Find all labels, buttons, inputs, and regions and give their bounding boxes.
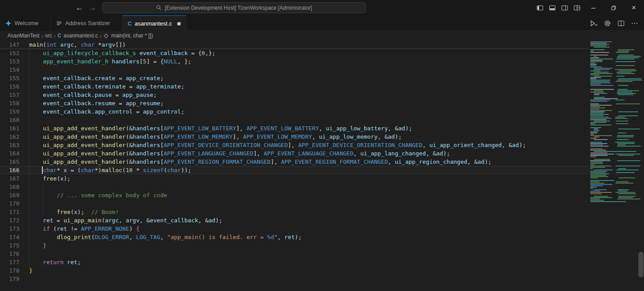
line-number[interactable]: 147 bbox=[0, 41, 19, 49]
line-number[interactable]: 162 bbox=[0, 133, 19, 141]
code-line[interactable]: 175 } bbox=[0, 241, 589, 250]
line-number[interactable]: 158 bbox=[0, 99, 19, 107]
tab-label: asanmantest.c bbox=[135, 20, 172, 27]
code-text: event_callback.pause = app_pause; bbox=[29, 91, 157, 99]
modified-dot-icon[interactable] bbox=[177, 22, 181, 26]
code-line[interactable]: 178} bbox=[0, 266, 589, 275]
run-or-debug-button[interactable] bbox=[589, 18, 599, 29]
breadcrumb-item-src[interactable]: src bbox=[45, 33, 52, 39]
line-number[interactable]: 159 bbox=[0, 107, 19, 116]
toggle-primary-sidebar-button[interactable] bbox=[534, 0, 546, 15]
more-actions-button[interactable]: ⋯ bbox=[630, 18, 640, 29]
vertical-scrollbar[interactable] bbox=[638, 41, 644, 291]
code-line[interactable]: 159 event_callback.app_control = app_con… bbox=[0, 107, 589, 116]
line-number[interactable]: 166 bbox=[0, 166, 19, 174]
search-icon bbox=[156, 5, 162, 11]
line-number[interactable]: 171 bbox=[0, 208, 19, 216]
code-line[interactable]: 166 char* x = (char*)malloc(10 * sizeof(… bbox=[0, 166, 589, 174]
line-number[interactable]: 176 bbox=[0, 250, 19, 258]
line-number[interactable]: 178 bbox=[0, 266, 19, 275]
code-line[interactable]: 161 ui_app_add_event_handler(&handlers[A… bbox=[0, 124, 589, 133]
editor: 147main(int argc, char *argv[]) 152 ui_a… bbox=[0, 41, 644, 291]
code-line[interactable]: 160 bbox=[0, 116, 589, 124]
code-line[interactable]: 154 bbox=[0, 66, 589, 74]
line-number[interactable]: 154 bbox=[0, 66, 19, 74]
code-line[interactable]: 165 ui_app_add_event_handler(&handlers[A… bbox=[0, 158, 589, 166]
line-number[interactable]: 153 bbox=[0, 57, 19, 66]
code-line[interactable]: 173 if (ret != APP_ERROR_NONE) { bbox=[0, 225, 589, 233]
code-line[interactable]: 153 app_event_handler_h handlers[5] = {N… bbox=[0, 57, 589, 66]
forward-button[interactable]: → bbox=[86, 0, 99, 15]
code-line[interactable]: 177 return ret; bbox=[0, 258, 589, 266]
minimize-button[interactable]: – bbox=[583, 0, 603, 15]
code-text: } bbox=[29, 266, 33, 275]
code-line[interactable]: 164 ui_app_add_event_handler(&handlers[A… bbox=[0, 149, 589, 158]
code-line[interactable]: 172 ret = ui_app_main(argc, argv, &event… bbox=[0, 216, 589, 225]
toggle-panel-button[interactable] bbox=[546, 0, 558, 15]
line-number[interactable]: 161 bbox=[0, 124, 19, 133]
tab-welcome[interactable]: Welcome bbox=[0, 15, 51, 31]
back-button[interactable]: ← bbox=[73, 0, 86, 15]
line-number[interactable]: 152 bbox=[0, 49, 19, 57]
c-file-icon: C bbox=[57, 33, 61, 39]
code-line[interactable]: 170 bbox=[0, 199, 589, 208]
code-line[interactable]: 157 event_callback.pause = app_pause; bbox=[0, 91, 589, 99]
code-line[interactable]: 169 // ... some complex body of code bbox=[0, 191, 589, 199]
close-button[interactable]: ✕ bbox=[624, 0, 644, 15]
code-line[interactable]: 156 event_callback.terminate = app_termi… bbox=[0, 82, 589, 91]
line-number[interactable]: 177 bbox=[0, 258, 19, 266]
line-number[interactable]: 164 bbox=[0, 149, 19, 158]
code-line[interactable]: 158 event_callback.resume = app_resume; bbox=[0, 99, 589, 107]
line-number[interactable]: 156 bbox=[0, 82, 19, 91]
line-number[interactable]: 174 bbox=[0, 233, 19, 241]
split-editor-button[interactable] bbox=[616, 18, 626, 29]
code-line[interactable]: 168 bbox=[0, 183, 589, 191]
code-text: return ret; bbox=[29, 258, 81, 266]
breadcrumb-item-asanmantest[interactable]: AsanManTest bbox=[7, 33, 40, 39]
code-line[interactable]: 179 bbox=[0, 275, 589, 283]
line-number[interactable]: 179 bbox=[0, 275, 19, 283]
line-number[interactable]: 167 bbox=[0, 174, 19, 183]
customize-layout-button[interactable] bbox=[571, 0, 583, 15]
welcome-star-icon bbox=[5, 20, 11, 26]
breadcrumb-label: asanmantest.c bbox=[63, 33, 98, 39]
tab-label: Welcome bbox=[15, 20, 38, 26]
restore-icon bbox=[611, 5, 616, 11]
line-number[interactable]: 169 bbox=[0, 191, 19, 199]
code-line[interactable]: 162 ui_app_add_event_handler(&handlers[A… bbox=[0, 133, 589, 141]
minimap[interactable] bbox=[589, 41, 638, 291]
line-number[interactable]: 173 bbox=[0, 225, 19, 233]
line-number[interactable]: 155 bbox=[0, 74, 19, 82]
sticky-scroll-line[interactable]: 147main(int argc, char *argv[]) bbox=[0, 41, 589, 49]
command-center[interactable]: [Extension Development Host] TizenWorksp… bbox=[102, 2, 366, 13]
breadcrumb-item-main-int-char[interactable]: main(int, char * []) bbox=[103, 33, 153, 39]
breadcrumb-item-asanmantest-c[interactable]: Casanmantest.c bbox=[57, 33, 98, 39]
code-line[interactable]: 152 ui_app_lifecycle_callback_s event_ca… bbox=[0, 49, 589, 57]
line-number[interactable]: 160 bbox=[0, 116, 19, 124]
breadcrumb-label: src bbox=[45, 33, 52, 39]
toggle-secondary-sidebar-button[interactable] bbox=[558, 0, 571, 15]
restore-button[interactable] bbox=[603, 0, 624, 15]
line-number[interactable]: 175 bbox=[0, 241, 19, 250]
split-editor-icon bbox=[618, 20, 625, 27]
code-line[interactable]: 174 dlog_print(DLOG_ERROR, LOG_TAG, "app… bbox=[0, 233, 589, 241]
line-number[interactable]: 168 bbox=[0, 183, 19, 191]
tab-address-sanitizer[interactable]: Address Sanitizer bbox=[51, 15, 123, 31]
code-line[interactable]: 176 bbox=[0, 250, 589, 258]
line-number[interactable]: 163 bbox=[0, 141, 19, 149]
code-line[interactable]: 163 ui_app_add_event_handler(&handlers[A… bbox=[0, 141, 589, 149]
code-line[interactable]: 155 event_callback.create = app_create; bbox=[0, 74, 589, 82]
code-line[interactable]: 167 free(x); bbox=[0, 174, 589, 183]
line-number[interactable]: 170 bbox=[0, 199, 19, 208]
tab-asanmantest-c[interactable]: Casanmantest.c bbox=[123, 15, 186, 31]
scrollbar-thumb[interactable] bbox=[638, 252, 644, 277]
settings-button[interactable] bbox=[603, 18, 612, 29]
code-line[interactable]: 171 free(x); // Boom! bbox=[0, 208, 589, 216]
code-text: dlog_print(DLOG_ERROR, LOG_TAG, "app_mai… bbox=[29, 233, 302, 241]
code-text: // ... some complex body of code bbox=[29, 191, 167, 199]
customize-layout-icon bbox=[573, 4, 581, 11]
line-number[interactable]: 157 bbox=[0, 91, 19, 99]
line-number[interactable]: 165 bbox=[0, 158, 19, 166]
sticky-code-line[interactable]: 147main(int argc, char *argv[]) bbox=[0, 41, 589, 49]
line-number[interactable]: 172 bbox=[0, 216, 19, 225]
